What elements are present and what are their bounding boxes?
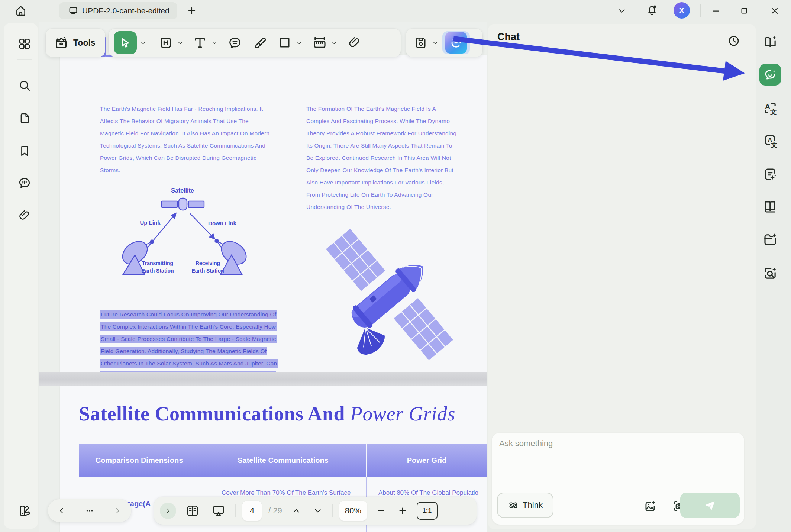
sidebar-item-bookmarks[interactable] — [14, 141, 35, 161]
table-cell-power: About 80% Of The Global Populatio — [378, 489, 478, 497]
ellipsis-icon — [85, 506, 94, 516]
send-button[interactable] — [680, 493, 740, 518]
nav-back-button[interactable] — [54, 503, 69, 518]
ai-assistant-button-active[interactable] — [442, 31, 470, 54]
tools-label: Tools — [73, 38, 96, 48]
minus-icon — [376, 506, 386, 516]
tab-title: UPDF-2.0-cant-be-edited — [82, 6, 170, 15]
diagram-graphic — [112, 186, 253, 277]
page5-title: Satellite Communications And Power Grids — [79, 402, 455, 425]
tools-button[interactable]: Tools — [46, 29, 105, 57]
page5-title-main: Satellite Communications And — [79, 403, 350, 425]
rail-ai-chat-button-active[interactable] — [759, 64, 781, 86]
table-header-satellite: Satellite Communications — [200, 444, 366, 477]
sidebar-item-attachments[interactable] — [14, 205, 35, 226]
sidebar-item-pages[interactable] — [14, 108, 35, 129]
minimize-icon — [711, 6, 721, 16]
chat-input[interactable] — [498, 438, 734, 488]
svg-text:文: 文 — [771, 141, 778, 149]
sidebar-item-comments[interactable] — [14, 173, 35, 193]
home-button[interactable] — [13, 3, 29, 19]
shape-tool-button[interactable] — [275, 33, 294, 52]
zoom-value: 80% — [345, 506, 361, 516]
document-tab[interactable]: UPDF-2.0-cant-be-edited — [59, 2, 177, 19]
nav-forward-button[interactable] — [110, 503, 125, 518]
annotation-tool-button[interactable] — [225, 33, 245, 52]
page5-title-italic: Power Grids — [350, 403, 455, 425]
close-button[interactable] — [766, 3, 783, 19]
new-tab-button[interactable] — [184, 3, 199, 18]
sidebar-item-palette[interactable] — [14, 500, 35, 521]
measure-tool-button[interactable] — [310, 33, 329, 52]
next-page-button[interactable] — [310, 503, 325, 518]
tab-list-button[interactable] — [614, 3, 629, 18]
think-label: Think — [523, 500, 543, 510]
zoom-out-button[interactable] — [374, 503, 388, 518]
page-number-input[interactable]: 4 — [242, 501, 262, 521]
save-icon — [414, 36, 428, 50]
zoom-level-input[interactable]: 80% — [339, 501, 367, 521]
sidebar-item-search[interactable] — [14, 75, 35, 96]
maximize-button[interactable] — [736, 3, 752, 19]
svg-text:文: 文 — [770, 108, 777, 116]
text-tool-button[interactable] — [190, 33, 210, 52]
send-plane-icon — [704, 499, 716, 512]
rail-ai-search-button[interactable] — [762, 265, 779, 282]
comment-lines-icon — [227, 35, 242, 50]
heading-tool-button[interactable] — [156, 33, 175, 52]
think-toggle-button[interactable]: Think — [497, 493, 553, 518]
presentation-button[interactable] — [209, 501, 228, 520]
select-tool-dropdown[interactable] — [138, 38, 148, 48]
sidebar-item-apps[interactable] — [14, 33, 35, 54]
diagram-label-uplink: Up Link — [133, 219, 167, 226]
satellite-illustration — [316, 241, 458, 352]
attach-tool-button[interactable] — [345, 33, 364, 52]
rail-summary-button[interactable] — [762, 33, 779, 51]
minimize-button[interactable] — [708, 3, 724, 19]
select-tool-button[interactable] — [114, 31, 137, 54]
nav-more-button[interactable] — [82, 503, 97, 518]
rail-ai-files-button[interactable] — [762, 231, 779, 248]
column-divider — [294, 96, 294, 388]
display-icon — [68, 6, 78, 16]
present-display-icon — [211, 503, 226, 518]
zoom-in-button[interactable] — [395, 503, 410, 518]
notifications-button[interactable] — [644, 2, 660, 18]
page-layout-button[interactable] — [183, 501, 202, 520]
collapse-bar-button[interactable] — [160, 503, 176, 519]
insert-image-button[interactable] — [641, 497, 659, 515]
diagram-label-satellite: Satellite — [164, 187, 201, 194]
chevron-down-icon — [296, 39, 303, 46]
diagram-label-receiving: Receiving Earth Station — [185, 259, 230, 274]
current-page: 4 — [250, 506, 254, 516]
rail-page-translate-button[interactable]: A文 — [762, 132, 779, 149]
save-dropdown[interactable] — [430, 38, 440, 48]
previous-page-button[interactable] — [289, 503, 304, 518]
shape-tool-dropdown[interactable] — [294, 38, 304, 48]
rail-ai-write-button[interactable] — [762, 166, 779, 183]
document-canvas[interactable]: The Earth's Magnetic Field Has Far - Rea… — [39, 22, 487, 532]
rail-reader-button[interactable] — [762, 198, 779, 215]
page-controls-bar: 4 / 29 80% 1:1 — [154, 497, 477, 525]
heading-tool-dropdown[interactable] — [175, 38, 185, 48]
chevron-right-icon — [113, 506, 122, 515]
ai-assistant-button[interactable] — [445, 32, 467, 54]
pencil-icon — [253, 35, 268, 50]
image-sparkle-icon — [643, 499, 657, 513]
save-button[interactable] — [411, 33, 430, 52]
pencil-tool-button[interactable] — [251, 33, 270, 52]
chevron-down-icon — [211, 39, 218, 46]
paperclip-icon — [348, 36, 362, 50]
text-tool-dropdown[interactable] — [210, 38, 219, 48]
rail-translate-button[interactable]: A文 — [762, 100, 779, 117]
toolbar-divider — [152, 36, 152, 49]
apps-grid-icon — [17, 37, 32, 51]
titlebar-divider — [700, 4, 701, 17]
actual-size-button[interactable]: 1:1 — [417, 502, 438, 520]
chevron-down-icon — [177, 39, 184, 46]
avatar[interactable]: X — [674, 2, 690, 19]
measure-tool-dropdown[interactable] — [329, 38, 339, 48]
chevron-down-icon — [330, 39, 338, 46]
chat-history-button[interactable] — [726, 33, 742, 49]
table-header-dimensions: Comparison Dimensions — [79, 444, 200, 477]
